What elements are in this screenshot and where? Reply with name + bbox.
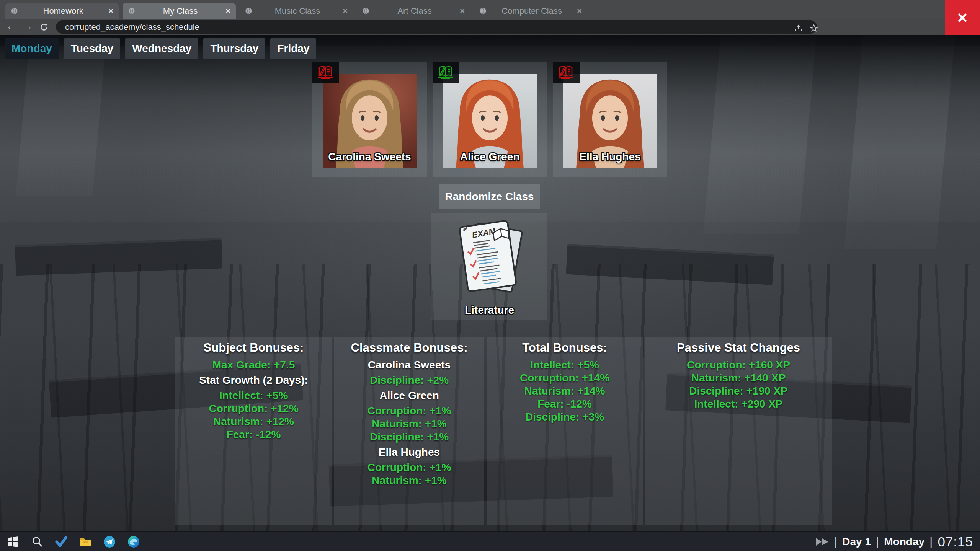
day-tab[interactable]: Tuesday <box>64 38 121 59</box>
bonus-panel-title: Total Bonuses: <box>487 341 643 355</box>
day-tab[interactable]: Wednesday <box>125 38 198 59</box>
bonus-lines: Max Grade: +7.5Stat Growth (2 Days):Inte… <box>175 359 332 441</box>
randomize-label: Randomize Class <box>445 191 534 203</box>
subject-name: Literature <box>431 304 547 316</box>
bonus-line: Corruption: +160 XP <box>645 359 832 372</box>
day-tab-label: Tuesday <box>71 42 114 54</box>
bonus-line: Fear: -12% <box>487 398 643 411</box>
tab-label: Art Class <box>372 6 457 16</box>
browser-tab[interactable]: Music Class × <box>240 3 353 19</box>
clock: 07:15 <box>938 534 973 549</box>
browser-tab[interactable]: Computer Class × <box>474 3 587 19</box>
browser-tab[interactable]: Art Class × <box>357 3 470 19</box>
classmate-row: Carolina Sweets <box>312 62 667 177</box>
bonus-line: Corruption: +12% <box>175 402 332 415</box>
bonus-line: Naturism: +14% <box>487 385 643 398</box>
weekday-label: Monday <box>884 536 924 548</box>
day-tab-label: Wednesday <box>132 42 191 54</box>
bonus-line: Intellect: +5% <box>487 359 643 372</box>
classmate-name: Alice Green <box>443 151 537 163</box>
tab-close-icon[interactable]: × <box>225 6 230 16</box>
classmate-portrait: Carolina Sweets <box>323 74 416 168</box>
game-screen: Homework × My Class × <box>0 0 980 551</box>
bonus-line: Naturism: +140 XP <box>645 372 832 385</box>
classmate-portrait: Ella Hughes <box>563 74 657 168</box>
back-icon[interactable]: ← <box>5 20 18 32</box>
bonus-line: Corruption: +1% <box>334 461 484 474</box>
bonus-line: Discipline: +1% <box>334 430 484 443</box>
bonus-line: Alice Green <box>334 389 484 402</box>
book-pencil-icon <box>557 65 576 81</box>
close-icon: × <box>957 7 968 28</box>
browser-titlebar: Homework × My Class × <box>0 0 980 19</box>
bookmark-star-icon[interactable] <box>809 24 818 33</box>
classmate-name: Carolina Sweets <box>323 151 416 163</box>
address-bar[interactable]: corrupted_academy/class_schedule <box>56 20 817 34</box>
day-tabs: Monday Tuesday Wednesday Thursday Friday <box>5 38 316 59</box>
url-text: corrupted_academy/class_schedule <box>65 22 199 32</box>
bonus-line: Naturism: +12% <box>175 415 332 428</box>
classmate-name: Ella Hughes <box>563 151 657 163</box>
share-icon[interactable] <box>794 24 803 33</box>
bonus-line: Intellect: +290 XP <box>645 398 832 411</box>
fast-forward-icon[interactable] <box>815 537 829 546</box>
todo-check-icon[interactable] <box>55 536 67 548</box>
bonus-line: Max Grade: +7.5 <box>175 359 332 372</box>
randomize-class-button[interactable]: Randomize Class <box>439 184 540 209</box>
bonus-panel: Passive Stat Changes Corruption: +160 XP… <box>645 337 832 525</box>
globe-favicon-icon <box>479 7 487 15</box>
tab-label: Homework <box>21 6 105 16</box>
globe-favicon-icon <box>362 7 369 15</box>
telegram-icon[interactable] <box>103 536 116 548</box>
classmate-portrait: Alice Green <box>443 74 537 168</box>
day-tab[interactable]: Monday <box>5 38 59 59</box>
tab-close-icon[interactable]: × <box>343 6 348 16</box>
browser-tab[interactable]: My Class × <box>122 3 236 19</box>
file-explorer-icon[interactable] <box>79 536 91 548</box>
homework-status-badge <box>553 62 580 83</box>
tab-label: My Class <box>138 6 222 16</box>
reload-icon[interactable] <box>39 22 49 32</box>
bonus-line: Intellect: +5% <box>175 389 332 402</box>
bonus-line: Ella Hughes <box>334 446 484 459</box>
search-icon[interactable] <box>31 536 43 548</box>
browser-toolbar: ← → corrupted_academy/class_schedule <box>0 19 980 35</box>
tab-label: Computer Class <box>490 6 574 16</box>
globe-favicon-icon <box>128 7 135 15</box>
tab-strip: Homework × My Class × <box>5 3 591 19</box>
book-pencil-icon <box>316 65 335 81</box>
tab-close-icon[interactable]: × <box>460 6 465 16</box>
day-tab[interactable]: Thursday <box>203 38 265 59</box>
day-tab-label: Friday <box>277 42 309 54</box>
bonus-panel-title: Classmate Bonuses: <box>334 341 484 355</box>
exam-papers-icon: EXAM <box>446 214 532 303</box>
classmate-card[interactable]: Alice Green <box>433 62 547 177</box>
bonus-panel: Classmate Bonuses: Carolina SweetsDiscip… <box>334 337 484 525</box>
globe-favicon-icon <box>245 7 252 15</box>
bonus-panel: Total Bonuses: Intellect: +5%Corruption:… <box>487 337 643 525</box>
bonus-panel: Subject Bonuses: Max Grade: +7.5Stat Gro… <box>175 337 332 525</box>
browser-tab[interactable]: Homework × <box>5 3 119 19</box>
bonus-line: Discipline: +3% <box>487 411 643 424</box>
tab-close-icon[interactable]: × <box>577 6 582 16</box>
forward-icon[interactable]: → <box>21 20 34 32</box>
window-close-button[interactable]: × <box>945 0 980 35</box>
edge-browser-icon[interactable] <box>127 536 140 548</box>
bonus-panels: Subject Bonuses: Max Grade: +7.5Stat Gro… <box>175 337 832 525</box>
day-tab[interactable]: Friday <box>270 38 316 59</box>
tab-close-icon[interactable]: × <box>108 6 113 16</box>
bonus-panel-title: Subject Bonuses: <box>175 341 332 355</box>
bonus-lines: Intellect: +5%Corruption: +14%Naturism: … <box>487 359 643 424</box>
day-counter: Day 1 <box>842 536 871 548</box>
bonus-line: Naturism: +1% <box>334 417 484 430</box>
classmate-card[interactable]: Carolina Sweets <box>312 62 427 177</box>
taskbar-status: | Day 1 | Monday | 07:15 <box>815 534 980 549</box>
bonus-line: Naturism: +1% <box>334 474 484 487</box>
separator: | <box>834 535 837 549</box>
day-tab-label: Thursday <box>210 42 258 54</box>
tab-label: Music Class <box>255 6 340 16</box>
subject-slot[interactable]: EXAM Literature <box>431 213 547 320</box>
classmate-card[interactable]: Ella Hughes <box>553 62 667 177</box>
book-pencil-icon <box>436 65 456 81</box>
windows-start-icon[interactable] <box>7 536 19 548</box>
